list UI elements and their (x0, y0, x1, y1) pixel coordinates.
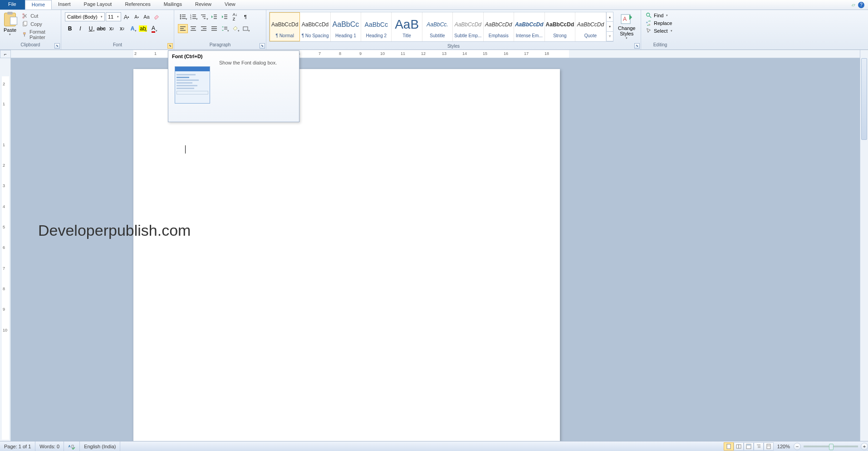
web-layout-icon (746, 444, 751, 449)
view-outline[interactable] (754, 442, 764, 451)
svg-rect-32 (191, 30, 196, 31)
style-intense-emphasis[interactable]: AaBbCcDdIntense Em... (514, 12, 545, 41)
shrink-font-button[interactable]: A▾ (132, 12, 141, 21)
select-button[interactable]: Select▾ (646, 28, 672, 34)
style-title[interactable]: AaBTitle (392, 12, 422, 41)
status-proofing[interactable] (64, 441, 80, 451)
scroll-thumb[interactable] (861, 58, 867, 140)
svg-rect-11 (182, 18, 186, 19)
group-editing: Find▾ ab Replace Select▾ Editing (641, 10, 679, 50)
view-web-layout[interactable] (744, 442, 754, 451)
status-words[interactable]: Words: 0 (35, 441, 64, 451)
tab-view[interactable]: View (218, 0, 242, 10)
view-full-screen[interactable] (734, 442, 744, 451)
font-name-combo[interactable]: Calibri (Body)▾ (65, 12, 105, 21)
styles-launcher[interactable]: ⬊ (634, 43, 640, 49)
line-spacing-button[interactable] (220, 24, 230, 33)
copy-button[interactable]: Copy (20, 20, 59, 28)
highlight-button[interactable]: ab (138, 24, 148, 34)
style-strong[interactable]: AaBbCcDdStrong (545, 12, 576, 41)
format-painter-button[interactable]: Format Painter (20, 29, 59, 40)
ribbon: Paste ▾ Cut Copy Format Painter Clipbo (0, 10, 868, 50)
align-left-button[interactable] (178, 24, 188, 33)
view-draft[interactable] (764, 442, 774, 451)
group-clipboard: Paste ▾ Cut Copy Format Painter Clipbo (0, 10, 61, 50)
decrease-indent-button[interactable] (209, 12, 219, 21)
change-case-button[interactable]: Aa (142, 12, 151, 21)
style-heading-1[interactable]: AaBbCcHeading 1 (331, 12, 361, 41)
align-center-button[interactable] (188, 24, 198, 33)
borders-icon (242, 26, 249, 31)
numbering-icon: 123 (190, 14, 196, 20)
help-icon[interactable]: ? (858, 2, 864, 8)
grow-font-button[interactable]: A▴ (122, 12, 131, 21)
italic-button[interactable]: I (75, 24, 85, 34)
minimize-ribbon-icon[interactable]: ▱ (852, 2, 855, 7)
vertical-ruler[interactable]: 2112345678910 (0, 58, 11, 441)
view-print-layout[interactable] (724, 442, 734, 451)
clear-formatting-button[interactable] (152, 12, 161, 21)
tab-mailings[interactable]: Mailings (157, 0, 189, 10)
borders-button[interactable] (240, 24, 250, 33)
paragraph-launcher[interactable]: ⬊ (260, 43, 265, 49)
font-color-button[interactable]: A (148, 24, 158, 34)
tab-references[interactable]: References (118, 0, 157, 10)
svg-rect-27 (180, 26, 186, 27)
styles-gallery-scroll[interactable]: ▴▾▿ (606, 12, 613, 41)
zoom-level[interactable]: 120% (774, 444, 794, 449)
change-styles-button[interactable]: A Change Styles ▾ (614, 11, 639, 40)
superscript-button[interactable]: x2 (117, 24, 127, 34)
svg-rect-25 (224, 16, 227, 17)
tab-file[interactable]: File (0, 0, 25, 10)
style-normal[interactable]: AaBbCcDd¶ Normal (270, 12, 300, 41)
clipboard-launcher[interactable]: ⬊ (54, 43, 60, 49)
style-emphasis[interactable]: AaBbCcDdEmphasis (484, 12, 514, 41)
font-size-combo[interactable]: 11▾ (106, 12, 121, 21)
zoom-out-button[interactable]: − (794, 443, 801, 450)
zoom-in-button[interactable]: + (861, 443, 868, 450)
tab-page-layout[interactable]: Page Layout (78, 0, 119, 10)
find-button[interactable]: Find▾ (646, 12, 672, 19)
text-effects-button[interactable]: A (128, 24, 137, 34)
vertical-scrollbar[interactable] (860, 50, 868, 441)
style-subtitle[interactable]: AaBbCc.Subtitle (422, 12, 453, 41)
watermark-text: Developerpublish.com (38, 222, 191, 239)
style-no-spacing[interactable]: AaBbCcDd¶ No Spacing (300, 12, 330, 41)
tab-home[interactable]: Home (25, 0, 52, 10)
bullets-button[interactable] (178, 12, 188, 21)
tab-selector[interactable]: ⌐ (0, 50, 11, 58)
paste-button[interactable]: Paste ▾ (2, 11, 18, 36)
style-heading-2[interactable]: AaBbCcHeading 2 (361, 12, 392, 41)
status-bar: Page: 1 of 1 Words: 0 English (India) 12… (0, 441, 868, 451)
sort-button[interactable]: A↓Z (230, 12, 240, 21)
increase-indent-button[interactable] (220, 12, 230, 21)
style-subtle-emphasis[interactable]: AaBbCcDdSubtle Emp... (453, 12, 483, 41)
tooltip-title: Font (Ctrl+D) (168, 51, 299, 60)
zoom-slider[interactable] (804, 446, 858, 447)
multilevel-list-button[interactable] (199, 12, 209, 21)
group-font: Calibri (Body)▾ 11▾ A▴ A▾ Aa B I U abc x… (61, 10, 174, 50)
cut-button[interactable]: Cut (20, 12, 59, 20)
subscript-button[interactable]: x2 (107, 24, 117, 34)
tab-review[interactable]: Review (189, 0, 218, 10)
tab-insert[interactable]: Insert (52, 0, 78, 10)
outdent-icon (211, 14, 217, 20)
underline-button[interactable]: U (86, 24, 96, 34)
shading-button[interactable] (230, 24, 240, 33)
status-page[interactable]: Page: 1 of 1 (0, 441, 35, 451)
justify-button[interactable] (209, 24, 219, 33)
status-language[interactable]: English (India) (80, 441, 120, 451)
bold-button[interactable]: B (65, 24, 75, 34)
tooltip-description: Show the Font dialog box. (168, 60, 299, 65)
horizontal-ruler[interactable]: 21123456789101112131415161718 (11, 50, 860, 58)
show-hide-button[interactable]: ¶ (240, 12, 250, 21)
replace-button[interactable]: ab Replace (646, 20, 672, 26)
svg-point-44 (647, 13, 650, 16)
style-quote[interactable]: AaBbCcDdQuote (575, 12, 606, 41)
page[interactable] (133, 69, 560, 441)
numbering-button[interactable]: 123 (188, 12, 198, 21)
strikethrough-button[interactable]: abc (96, 24, 106, 34)
svg-rect-34 (203, 28, 206, 29)
font-launcher[interactable]: ⬊ (167, 43, 173, 49)
align-right-button[interactable] (199, 24, 209, 33)
